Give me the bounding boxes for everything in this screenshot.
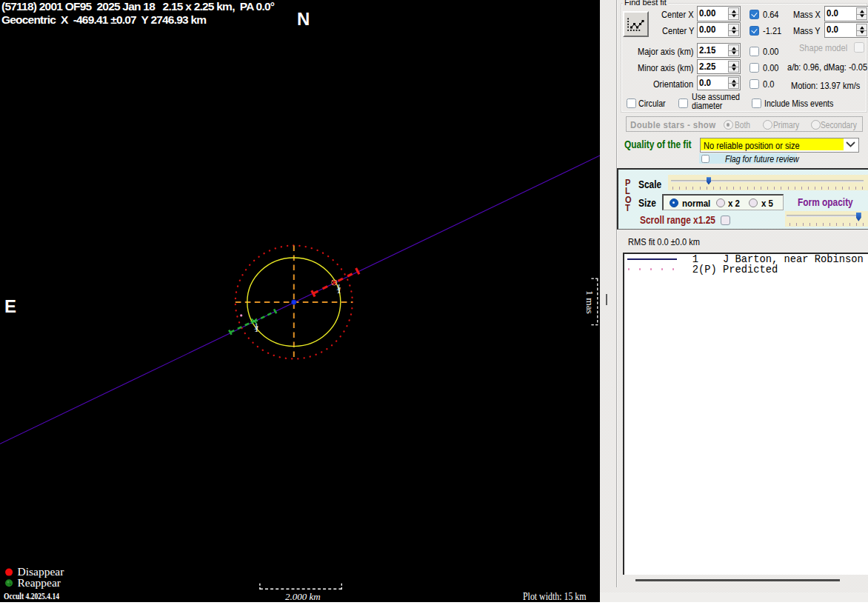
svg-text:1 mas: 1 mas — [584, 290, 595, 314]
svg-text:2.000 km: 2.000 km — [285, 591, 321, 602]
svg-text:1: 1 — [337, 284, 342, 296]
svg-text:Occult 4.2025.4.14: Occult 4.2025.4.14 — [4, 591, 60, 601]
svg-text:Geocentric X -469.41 ±0.07: Geocentric X -469.41 ±0.07 Y 2746.93 km — [1, 13, 207, 26]
svg-text:E: E — [4, 296, 16, 316]
svg-text:N: N — [297, 9, 310, 29]
svg-text:Reappear: Reappear — [18, 576, 61, 589]
svg-text:Plot width: 15 km: Plot width: 15 km — [523, 590, 587, 602]
svg-text:(57118) 2001 OF95 2025 Jan 18: (57118) 2001 OF95 2025 Jan 18 2.15 x 2.2… — [1, 0, 275, 13]
svg-text:1: 1 — [255, 323, 260, 334]
